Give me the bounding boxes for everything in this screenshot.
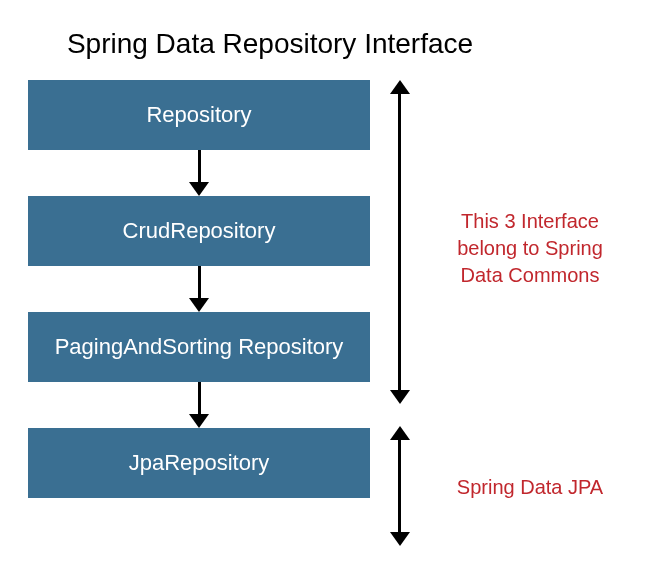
box-repository: Repository xyxy=(28,80,370,150)
arrow-crud-to-paging xyxy=(28,266,370,312)
arrow-head-up-icon xyxy=(390,80,410,94)
arrow-head-down-icon xyxy=(189,182,209,196)
box-jpa-repository: JpaRepository xyxy=(28,428,370,498)
bracket-arrow-jpa xyxy=(398,440,401,532)
arrow-head-down-icon xyxy=(390,390,410,404)
box-jpa-label: JpaRepository xyxy=(129,450,270,476)
annotation-commons: This 3 Interface belong to Spring Data C… xyxy=(440,208,620,289)
arrow-stem xyxy=(198,266,201,302)
bracket-arrow-commons xyxy=(398,94,401,390)
annotation-jpa: Spring Data JPA xyxy=(440,474,620,501)
diagram-area: Repository CrudRepository PagingAndSorti… xyxy=(28,80,650,498)
box-crud-repository: CrudRepository xyxy=(28,196,370,266)
arrow-head-up-icon xyxy=(390,426,410,440)
arrow-paging-to-jpa xyxy=(28,382,370,428)
arrow-head-down-icon xyxy=(189,298,209,312)
box-paging-label: PagingAndSorting Repository xyxy=(55,334,344,360)
arrow-repository-to-crud xyxy=(28,150,370,196)
arrow-stem xyxy=(198,150,201,186)
arrow-head-down-icon xyxy=(189,414,209,428)
box-paging-repository: PagingAndSorting Repository xyxy=(28,312,370,382)
arrow-stem xyxy=(198,382,201,418)
box-repository-label: Repository xyxy=(146,102,251,128)
box-crud-label: CrudRepository xyxy=(123,218,276,244)
diagram-title: Spring Data Repository Interface xyxy=(20,0,520,80)
arrow-head-down-icon xyxy=(390,532,410,546)
